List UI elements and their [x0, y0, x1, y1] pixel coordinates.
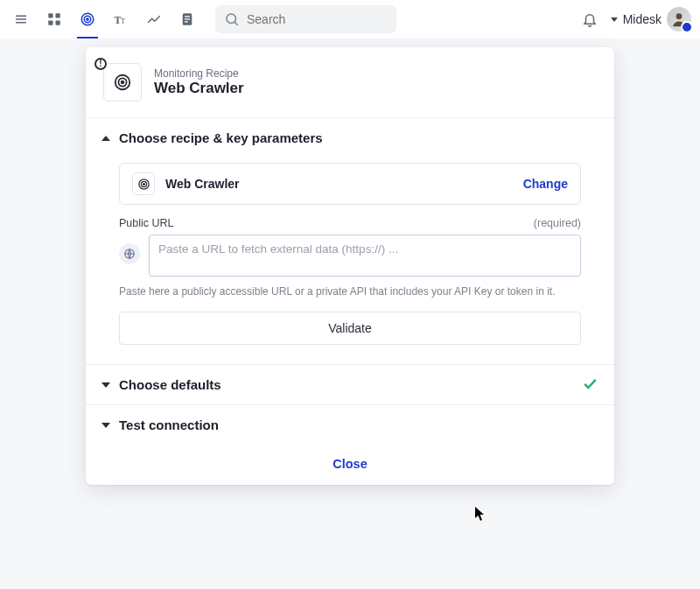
section-test-title: Test connection: [119, 417, 219, 432]
section-parameters-title: Choose recipe & key parameters: [119, 130, 323, 145]
text-icon[interactable]: TT: [108, 7, 133, 32]
url-label: Public URL: [119, 217, 174, 229]
search-icon: [224, 11, 240, 27]
svg-rect-13: [185, 16, 190, 17]
avatar-badge: [681, 21, 693, 33]
section-defaults: Choose defaults: [86, 365, 614, 405]
svg-rect-14: [185, 18, 190, 19]
modal-title: Web Crawler: [154, 80, 244, 97]
section-defaults-title: Choose defaults: [119, 377, 221, 392]
url-input[interactable]: [149, 235, 581, 277]
menu-icon[interactable]: [9, 7, 33, 32]
svg-point-24: [143, 183, 144, 185]
svg-line-17: [234, 22, 238, 25]
svg-point-9: [87, 18, 88, 20]
selected-recipe-row: Web Crawler Change: [119, 163, 581, 205]
validate-button[interactable]: Validate: [119, 312, 581, 345]
recipe-target-icon: [103, 63, 142, 102]
section-test: Test connection: [86, 405, 614, 445]
cursor-icon: [474, 506, 486, 522]
chevron-down-icon: [611, 18, 618, 22]
target-icon[interactable]: [75, 7, 100, 32]
svg-rect-4: [56, 13, 60, 18]
avatar: [667, 7, 691, 32]
recipe-modal: Monitoring Recipe Web Crawler Choose rec…: [86, 47, 614, 485]
modal-subheading: Monitoring Recipe: [154, 67, 244, 80]
svg-text:T: T: [121, 18, 125, 25]
svg-point-16: [227, 14, 236, 24]
close-button[interactable]: Close: [86, 445, 614, 485]
user-menu[interactable]: Midesk: [611, 7, 691, 32]
modal-header: Monitoring Recipe Web Crawler: [86, 47, 614, 118]
recipe-mini-target-icon: [132, 172, 155, 195]
top-nav: TT Midesk: [0, 0, 700, 39]
chart-icon[interactable]: [142, 7, 166, 32]
search-input[interactable]: [247, 12, 388, 26]
selected-recipe-name: Web Crawler: [165, 177, 240, 191]
chevron-down-icon: [102, 382, 110, 388]
section-parameters: Choose recipe & key parameters Web Crawl…: [86, 118, 614, 365]
alert-icon: !: [94, 58, 107, 70]
bell-icon[interactable]: [578, 7, 602, 32]
url-required-label: (required): [534, 217, 581, 229]
svg-rect-15: [185, 21, 188, 22]
section-defaults-header[interactable]: Choose defaults: [86, 365, 614, 404]
search-box[interactable]: [215, 5, 396, 33]
svg-point-18: [676, 13, 682, 19]
svg-rect-3: [48, 13, 52, 18]
section-test-header[interactable]: Test connection: [86, 405, 614, 445]
check-icon: [581, 375, 598, 396]
user-name: Midesk: [623, 12, 662, 26]
dashboard-icon[interactable]: [42, 7, 66, 32]
chevron-up-icon: [102, 136, 110, 141]
chevron-down-icon: [102, 423, 110, 428]
document-icon[interactable]: [175, 7, 200, 32]
globe-icon: [119, 243, 140, 264]
section-parameters-header[interactable]: Choose recipe & key parameters: [86, 118, 614, 158]
change-recipe-link[interactable]: Change: [523, 177, 568, 191]
svg-rect-6: [56, 21, 60, 25]
url-hint: Paste here a publicly accessible URL or …: [119, 285, 581, 298]
svg-point-21: [122, 81, 124, 84]
svg-rect-5: [48, 21, 52, 25]
